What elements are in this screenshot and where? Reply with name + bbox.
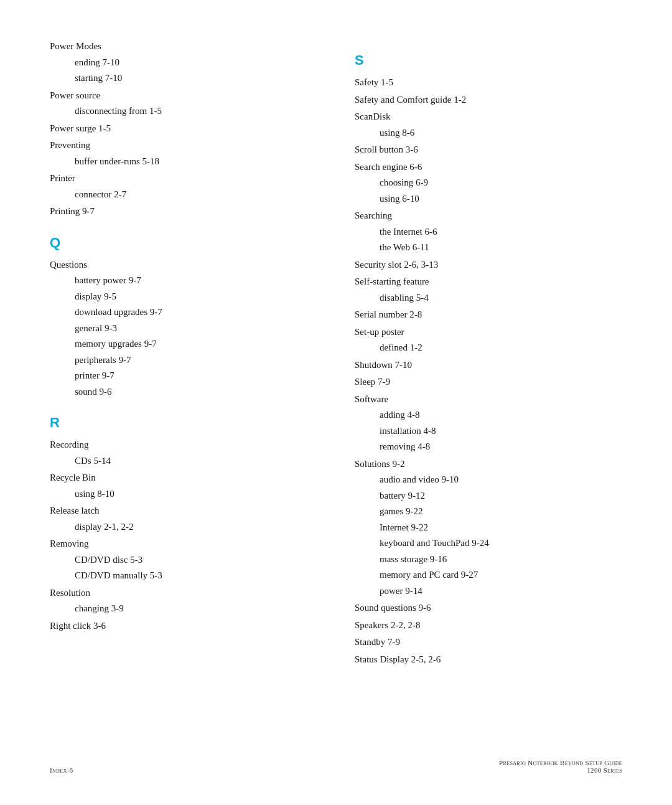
list-item: Shutdown 7-10 xyxy=(355,357,622,374)
list-item: Printing 9-7 xyxy=(50,204,317,220)
section-header-q: Q xyxy=(50,235,317,251)
list-item: peripherals 9-7 xyxy=(50,352,317,369)
list-item: starting 7-10 xyxy=(50,70,317,87)
list-item: Solutions 9-2 xyxy=(355,456,622,473)
footer-title: Presario Notebook Beyond Setup Guide 120… xyxy=(499,759,622,774)
footer: Index-6 Presario Notebook Beyond Setup G… xyxy=(50,759,622,774)
list-item: disconnecting from 1-5 xyxy=(50,103,317,120)
list-item: choosing 6-9 xyxy=(355,175,622,191)
list-item: Self-starting feature xyxy=(355,274,622,290)
list-item: games 9-22 xyxy=(355,504,622,520)
list-item: memory and PC card 9-27 xyxy=(355,567,622,583)
list-item: Speakers 2-2, 2-8 xyxy=(355,618,622,634)
section-header-r: R xyxy=(50,415,317,431)
footer-title-line2: 1200 Series xyxy=(499,766,622,774)
list-item: Power surge 1-5 xyxy=(50,121,317,137)
section-header-s: S xyxy=(355,52,622,68)
list-item: the Web 6-11 xyxy=(355,240,622,256)
list-item: disabling 5-4 xyxy=(355,290,622,306)
s-section: S Safety 1-5 Safety and Comfort guide 1-… xyxy=(355,52,622,667)
list-item: Preventing xyxy=(50,138,317,154)
list-item: removing 4-8 xyxy=(355,439,622,455)
left-column: Power Modes ending 7-10 starting 7-10 Po… xyxy=(50,37,317,667)
right-column: S Safety 1-5 Safety and Comfort guide 1-… xyxy=(355,37,622,667)
list-item: Recording xyxy=(50,437,317,453)
r-section: R Recording CDs 5-14 Recycle Bin using 8… xyxy=(50,415,317,634)
list-item: Internet 9-22 xyxy=(355,520,622,536)
list-item: CD/DVD disc 5-3 xyxy=(50,552,317,568)
list-item: Recycle Bin xyxy=(50,470,317,486)
list-item: Questions xyxy=(50,257,317,273)
list-item: using 8-6 xyxy=(355,125,622,141)
footer-page-number: Index-6 xyxy=(50,766,73,774)
list-item: Printer xyxy=(50,171,317,187)
list-item: Sleep 7-9 xyxy=(355,374,622,390)
list-item: Search engine 6-6 xyxy=(355,159,622,176)
list-item: CDs 5-14 xyxy=(50,453,317,469)
list-item: power 9-14 xyxy=(355,583,622,600)
list-item: Power Modes xyxy=(50,39,317,55)
list-item: Security slot 2-6, 3-13 xyxy=(355,257,622,273)
list-item: Removing xyxy=(50,536,317,552)
list-item: Searching xyxy=(355,208,622,224)
list-item: Scroll button 3-6 xyxy=(355,142,622,158)
list-item: display 2-1, 2-2 xyxy=(50,519,317,535)
page: Power Modes ending 7-10 starting 7-10 Po… xyxy=(0,0,672,805)
list-item: ending 7-10 xyxy=(50,55,317,71)
list-item: Power source xyxy=(50,88,317,104)
list-item: Release latch xyxy=(50,503,317,519)
list-item: the Internet 6-6 xyxy=(355,224,622,240)
list-item: using 6-10 xyxy=(355,191,622,207)
list-item: Resolution xyxy=(50,585,317,601)
list-item: sound 9-6 xyxy=(50,384,317,400)
list-item: mass storage 9-16 xyxy=(355,552,622,568)
top-entries: Power Modes ending 7-10 starting 7-10 Po… xyxy=(50,39,317,220)
list-item: keyboard and TouchPad 9-24 xyxy=(355,535,622,552)
list-item: adding 4-8 xyxy=(355,407,622,423)
list-item: Serial number 2-8 xyxy=(355,307,622,323)
list-item: audio and video 9-10 xyxy=(355,472,622,488)
list-item: Right click 3-6 xyxy=(50,618,317,634)
list-item: Sound questions 9-6 xyxy=(355,600,622,616)
footer-title-line1: Presario Notebook Beyond Setup Guide xyxy=(499,759,622,766)
columns-container: Power Modes ending 7-10 starting 7-10 Po… xyxy=(50,37,622,667)
list-item: installation 4-8 xyxy=(355,423,622,440)
list-item: connector 2-7 xyxy=(50,187,317,203)
q-section: Q Questions battery power 9-7 display 9-… xyxy=(50,235,317,400)
list-item: Safety and Comfort guide 1-2 xyxy=(355,92,622,108)
list-item: download upgrades 9-7 xyxy=(50,304,317,321)
list-item: CD/DVD manually 5-3 xyxy=(50,568,317,584)
list-item: printer 9-7 xyxy=(50,368,317,384)
list-item: display 9-5 xyxy=(50,289,317,305)
list-item: memory upgrades 9-7 xyxy=(50,336,317,352)
list-item: Software xyxy=(355,392,622,408)
list-item: changing 3-9 xyxy=(50,601,317,617)
list-item: using 8-10 xyxy=(50,486,317,502)
list-item: Safety 1-5 xyxy=(355,75,622,91)
list-item: buffer under-runs 5-18 xyxy=(50,154,317,170)
list-item: general 9-3 xyxy=(50,321,317,337)
list-item: defined 1-2 xyxy=(355,340,622,356)
list-item: Set-up poster xyxy=(355,324,622,341)
list-item: battery power 9-7 xyxy=(50,273,317,289)
list-item: ScanDisk xyxy=(355,109,622,125)
list-item: Status Display 2-5, 2-6 xyxy=(355,652,622,668)
list-item: battery 9-12 xyxy=(355,488,622,504)
list-item: Standby 7-9 xyxy=(355,634,622,651)
